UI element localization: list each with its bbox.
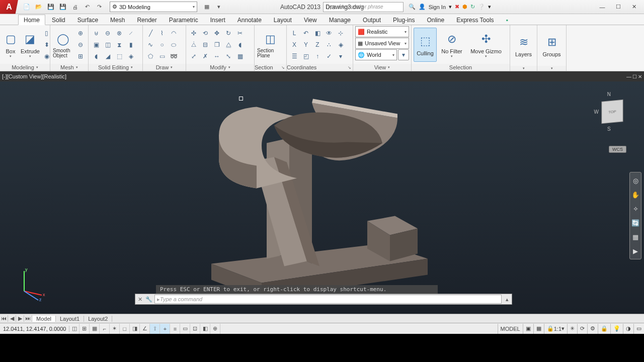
polar-icon[interactable]: ✶ (110, 324, 120, 334)
wcs-badge[interactable]: WCS (609, 146, 626, 153)
am-icon[interactable]: ⊕ (210, 324, 220, 334)
panel-solid-editing-label[interactable]: Solid Editing (89, 64, 142, 71)
vp-close-icon[interactable]: ✕ (638, 74, 642, 79)
extrude-button[interactable]: ◪ Extrude▾ (20, 28, 40, 62)
ellipse-icon[interactable]: ⬭ (168, 39, 179, 50)
union-icon[interactable]: ⊎ (91, 28, 102, 39)
workspace-selector[interactable]: ⚙ 3D Modeling (110, 2, 197, 12)
redo-icon[interactable]: ↷ (94, 2, 105, 13)
circle-icon[interactable]: ○ (156, 39, 168, 50)
ucs-x-icon[interactable]: X (289, 39, 300, 50)
drawing-canvas[interactable]: x y z N WTOP S WCS ◎ ✋ ✧ 🔄 ▦ ▶ Press ESC… (0, 81, 644, 314)
ucs-apply-icon[interactable]: ✓ (324, 51, 335, 62)
isolate-icon[interactable]: ◑ (623, 324, 633, 334)
hardware-accel-icon[interactable]: 💡 (610, 324, 623, 334)
annotation-scale[interactable]: 🔒 1:1 ▾ (544, 324, 567, 334)
tab-layout[interactable]: Layout (268, 15, 297, 25)
ucs-more-icon[interactable]: ▾ (335, 51, 346, 62)
tab-prev-icon[interactable]: ◀ (8, 315, 16, 322)
tab-mesh[interactable]: Mesh (105, 15, 130, 25)
intersect-icon[interactable]: ⊗ (114, 28, 125, 39)
line-icon[interactable]: ╱ (145, 28, 156, 39)
minimize-button[interactable]: — (595, 2, 610, 12)
move-icon[interactable]: ✥ (211, 28, 222, 39)
model-space-button[interactable]: MODEL (498, 324, 523, 334)
tab-manage[interactable]: Manage (324, 15, 356, 25)
tab-solid[interactable]: Solid (46, 15, 71, 25)
lwt-icon[interactable]: ≡ (170, 324, 180, 334)
layout-quick-icon[interactable]: ▣ (523, 324, 533, 334)
tab-surface[interactable]: Surface (72, 15, 104, 25)
dropdown-icon[interactable]: ▾ (449, 4, 452, 10)
layout2-tab[interactable]: Layout2 (84, 316, 112, 322)
tab-parametric[interactable]: Parametric (164, 15, 204, 25)
ducs-icon[interactable]: ⟟ (150, 324, 160, 334)
smooth-object-button[interactable]: ◯ Smooth Object (52, 28, 74, 62)
app-logo[interactable]: A (0, 0, 18, 14)
panel-view-label[interactable]: View (353, 64, 411, 71)
tab-insert[interactable]: Insert (205, 15, 231, 25)
move3d-icon[interactable]: ✣ (188, 28, 199, 39)
panel-section-label[interactable]: Section (255, 64, 286, 71)
tab-extra-icon[interactable]: ▪ (501, 15, 514, 25)
box-button[interactable]: ▢ Box▾ (2, 28, 19, 62)
panel-layers-label[interactable] (510, 66, 537, 71)
sync-icon[interactable]: ↻ (470, 4, 475, 10)
tpy-icon[interactable]: ▭ (180, 324, 190, 334)
osnap-icon[interactable]: □ (120, 324, 130, 334)
ucs-icon-icon[interactable]: ◰ (300, 51, 311, 62)
plot-icon[interactable]: 🖨 (69, 2, 80, 13)
view-cube[interactable]: N WTOP S (594, 92, 624, 132)
groups-button[interactable]: ⊞ Groups (539, 29, 564, 63)
offset-face-icon[interactable]: ◫ (102, 39, 113, 50)
toolbar-lock-icon[interactable]: 🔒 (598, 324, 610, 334)
panel-draw-label[interactable]: Draw (143, 64, 186, 71)
thicken-icon[interactable]: ▮ (125, 39, 136, 50)
tab-annotate[interactable]: Annotate (232, 15, 267, 25)
culling-button[interactable]: ⬚ Culling (414, 28, 437, 62)
viewport-label[interactable]: [-][Custom View][Realistic] (2, 73, 66, 79)
saved-view-combo[interactable]: ▦Unsaved View▾ (355, 38, 409, 49)
panel-mesh-label[interactable]: Mesh (50, 64, 88, 71)
command-input[interactable]: Type a command (154, 295, 502, 304)
tab-render[interactable]: Render (131, 15, 162, 25)
new-icon[interactable]: 📄 (21, 2, 32, 13)
panel-coordinates-label[interactable]: Coordinates (287, 64, 353, 71)
undo-icon[interactable]: ↶ (82, 2, 93, 13)
array-icon[interactable]: ▦ (234, 51, 246, 62)
maximize-button[interactable]: ☐ (611, 2, 626, 12)
rectangle-icon[interactable]: ▭ (156, 51, 168, 62)
polyline-icon[interactable]: ⌇ (156, 28, 168, 39)
subtract-icon[interactable]: ⊖ (102, 28, 113, 39)
saveas-icon[interactable]: 💾 (57, 2, 68, 13)
ucs-view-icon[interactable]: 👁 (324, 28, 335, 39)
ucs-y-icon[interactable]: Y (300, 39, 311, 50)
cmd-history-icon[interactable]: ▴ (503, 296, 512, 303)
cmd-close-icon[interactable]: ✕ (135, 296, 144, 303)
tab-express[interactable]: Express Tools (451, 15, 499, 25)
helix-icon[interactable]: ➿ (168, 51, 179, 62)
tab-next-icon[interactable]: ▶ (16, 315, 24, 322)
zoom-extents-icon[interactable]: ✧ (630, 203, 640, 215)
scale-icon[interactable]: ⤡ (223, 51, 234, 62)
sc-icon[interactable]: ◧ (200, 324, 210, 334)
shell-icon[interactable]: ⬚ (114, 51, 125, 62)
clean-screen-icon[interactable]: ▭ (633, 324, 644, 334)
autodesk-icon[interactable]: ⬢ (462, 4, 467, 10)
chamfer-edge-icon[interactable]: ◢ (102, 51, 113, 62)
stretch-icon[interactable]: ↔ (211, 51, 222, 62)
align3d-icon[interactable]: ⊟ (200, 39, 211, 50)
ucs-z-icon[interactable]: Z (312, 39, 323, 50)
taper-face-icon[interactable]: ⧗ (114, 39, 125, 50)
ucs-z-axis-icon[interactable]: ↑ (312, 51, 323, 62)
otrack-icon[interactable]: ∠ (140, 324, 150, 334)
tab-online[interactable]: Online (421, 15, 450, 25)
panel-groups-label[interactable] (537, 66, 566, 71)
ucs-origin-icon[interactable]: ⊹ (335, 28, 346, 39)
trim-icon[interactable]: ✂ (234, 28, 246, 39)
cmd-config-icon[interactable]: 🔧 (144, 296, 153, 303)
exchange-icon[interactable]: ✖ (455, 4, 459, 10)
close-button[interactable]: ✕ (627, 2, 642, 12)
full-nav-wheel-icon[interactable]: ◎ (630, 174, 640, 187)
coordinates-readout[interactable]: 12.0411, 12.4147, 0.0000 (0, 326, 69, 332)
